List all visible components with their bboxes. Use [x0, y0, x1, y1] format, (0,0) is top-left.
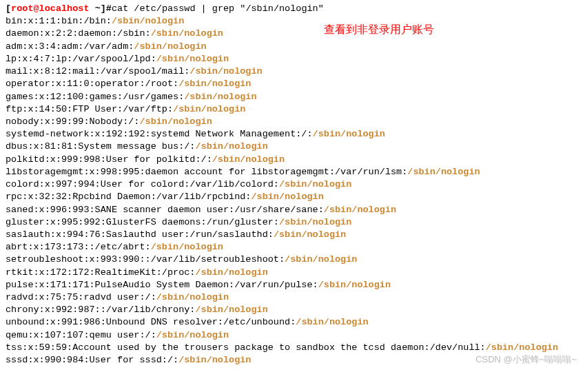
line-prefix: qemu:x:107:107:qemu user:/:: [6, 330, 156, 340]
nologin-highlight: /sbin/nologin: [324, 205, 396, 215]
nologin-highlight: /sbin/nologin: [184, 92, 256, 102]
nologin-highlight: /sbin/nologin: [178, 355, 251, 365]
nologin-highlight: /sbin/nologin: [195, 267, 267, 278]
nologin-highlight: /sbin/nologin: [134, 41, 206, 52]
output-line: unbound:x:991:986:Unbound DNS resolver:/…: [6, 316, 579, 329]
output-line: tss:x:59:59:Account used by the trousers…: [6, 342, 579, 354]
line-prefix: libstoragemgmt:x:998:995:daemon account …: [6, 167, 407, 177]
line-prefix: saned:x:996:993:SANE scanner daemon user…: [6, 205, 324, 215]
prompt-symbol: #: [106, 3, 112, 14]
nologin-highlight: /sbin/nologin: [212, 154, 285, 165]
terminal-output: bin:x:1:1:bin:/bin:/sbin/nologindaemon:x…: [6, 15, 579, 367]
bracket-open: [: [6, 3, 11, 14]
output-line: rtkit:x:172:172:RealtimeKit:/proc:/sbin/…: [6, 267, 579, 279]
watermark: CSDN @小蜜蜂~嗡嗡嗡~: [475, 353, 577, 366]
nologin-highlight: /sbin/nologin: [486, 342, 558, 353]
output-line: chrony:x:992:987::/var/lib/chrony:/sbin/…: [6, 304, 579, 316]
nologin-highlight: /sbin/nologin: [151, 242, 223, 252]
output-line: rpc:x:32:32:Rpcbind Daemon:/var/lib/rpcb…: [6, 191, 579, 203]
annotation-text: 查看到非登录用户账号: [324, 22, 434, 37]
nologin-highlight: /sbin/nologin: [139, 116, 212, 127]
line-prefix: gluster:x:995:992:GlusterFS daemons:/run…: [6, 217, 279, 227]
output-line: operator:x:11:0:operator:/root:/sbin/nol…: [6, 78, 579, 90]
nologin-highlight: /sbin/nologin: [195, 141, 267, 152]
line-prefix: ftp:x:14:50:FTP User:/var/ftp:: [6, 104, 173, 114]
prompt-user: root@localhost: [11, 3, 89, 14]
command-line: [root@localhost ~]#cat /etc/passwd | gre…: [6, 3, 579, 15]
output-line: mail:x:8:12:mail:/var/spool/mail:/sbin/n…: [6, 65, 579, 78]
line-prefix: adm:x:3:4:adm:/var/adm:: [6, 41, 134, 52]
nologin-highlight: /sbin/nologin: [251, 192, 323, 202]
line-prefix: lp:x:4:7:lp:/var/spool/lpd:: [6, 54, 156, 64]
line-prefix: polkitd:x:999:998:User for polkitd:/:: [6, 154, 212, 165]
output-line: setroubleshoot:x:993:990::/var/lib/setro…: [6, 254, 579, 266]
output-line: daemon:x:2:2:daemon:/sbin:/sbin/nologin: [6, 28, 579, 40]
output-line: games:x:12:100:games:/usr/games:/sbin/no…: [6, 91, 579, 103]
output-line: adm:x:3:4:adm:/var/adm:/sbin/nologin: [6, 41, 579, 53]
line-prefix: bin:x:1:1:bin:/bin:: [6, 16, 112, 26]
output-line: polkitd:x:999:998:User for polkitd:/:/sb…: [6, 154, 579, 166]
line-prefix: mail:x:8:12:mail:/var/spool/mail:: [6, 66, 189, 76]
line-prefix: saslauth:x:994:76:Saslauthd user:/run/sa…: [6, 229, 274, 240]
bracket-close: ]: [101, 3, 106, 14]
nologin-highlight: /sbin/nologin: [407, 167, 480, 177]
nologin-highlight: /sbin/nologin: [173, 104, 245, 114]
line-prefix: tss:x:59:59:Account used by the trousers…: [6, 342, 486, 353]
nologin-highlight: /sbin/nologin: [156, 54, 229, 64]
nologin-highlight: /sbin/nologin: [274, 229, 346, 240]
output-line: abrt:x:173:173::/etc/abrt:/sbin/nologin: [6, 241, 579, 254]
line-prefix: unbound:x:991:986:Unbound DNS resolver:/…: [6, 317, 296, 327]
output-line: libstoragemgmt:x:998:995:daemon account …: [6, 166, 579, 178]
output-line: colord:x:997:994:User for colord:/var/li…: [6, 178, 579, 191]
line-prefix: pulse:x:171:171:PulseAudio System Daemon…: [6, 280, 318, 290]
nologin-highlight: /sbin/nologin: [151, 28, 223, 39]
line-prefix: games:x:12:100:games:/usr/games:: [6, 92, 184, 102]
prompt-cwd-sep: [90, 3, 95, 14]
output-line: systemd-network:x:192:192:systemd Networ…: [6, 128, 579, 141]
line-prefix: dbus:x:81:81:System message bus:/:: [6, 141, 195, 152]
nologin-highlight: /sbin/nologin: [178, 79, 251, 89]
line-prefix: abrt:x:173:173::/etc/abrt:: [6, 242, 151, 252]
line-prefix: rtkit:x:172:172:RealtimeKit:/proc:: [6, 267, 195, 278]
line-prefix: nobody:x:99:99:Nobody:/:: [6, 116, 139, 127]
output-line: qemu:x:107:107:qemu user:/:/sbin/nologin: [6, 329, 579, 342]
output-line: gluster:x:995:992:GlusterFS daemons:/run…: [6, 216, 579, 229]
nologin-highlight: /sbin/nologin: [279, 217, 351, 227]
output-line: bin:x:1:1:bin:/bin:/sbin/nologin: [6, 15, 579, 28]
line-prefix: systemd-network:x:192:192:systemd Networ…: [6, 129, 313, 139]
nologin-highlight: /sbin/nologin: [112, 16, 184, 26]
line-prefix: daemon:x:2:2:daemon:/sbin:: [6, 28, 151, 39]
line-prefix: chrony:x:992:987::/var/lib/chrony:: [6, 305, 195, 315]
command-text: cat /etc/passwd | grep "/sbin/nologin": [112, 3, 324, 14]
line-prefix: setroubleshoot:x:993:990::/var/lib/setro…: [6, 254, 285, 265]
output-line: nobody:x:99:99:Nobody:/:/sbin/nologin: [6, 116, 579, 128]
line-prefix: operator:x:11:0:operator:/root:: [6, 79, 178, 89]
line-prefix: colord:x:997:994:User for colord:/var/li…: [6, 179, 279, 189]
output-line: dbus:x:81:81:System message bus:/:/sbin/…: [6, 141, 579, 153]
output-line: saned:x:996:993:SANE scanner daemon user…: [6, 204, 579, 216]
line-prefix: sssd:x:990:984:User for sssd:/:: [6, 355, 178, 365]
nologin-highlight: /sbin/nologin: [189, 66, 262, 76]
nologin-highlight: /sbin/nologin: [156, 330, 229, 340]
nologin-highlight: /sbin/nologin: [279, 179, 351, 189]
output-line: saslauth:x:994:76:Saslauthd user:/run/sa…: [6, 229, 579, 241]
output-line: ftp:x:14:50:FTP User:/var/ftp:/sbin/nolo…: [6, 103, 579, 116]
output-line: pulse:x:171:171:PulseAudio System Daemon…: [6, 279, 579, 291]
nologin-highlight: /sbin/nologin: [318, 280, 391, 290]
nologin-highlight: /sbin/nologin: [296, 317, 368, 327]
prompt-cwd: ~: [95, 3, 101, 14]
line-prefix: radvd:x:75:75:radvd user:/:: [6, 292, 156, 302]
nologin-highlight: /sbin/nologin: [195, 305, 267, 315]
output-line: radvd:x:75:75:radvd user:/:/sbin/nologin: [6, 291, 579, 304]
line-prefix: rpc:x:32:32:Rpcbind Daemon:/var/lib/rpcb…: [6, 192, 251, 202]
nologin-highlight: /sbin/nologin: [313, 129, 385, 139]
nologin-highlight: /sbin/nologin: [285, 254, 357, 265]
nologin-highlight: /sbin/nologin: [156, 292, 229, 302]
output-line: lp:x:4:7:lp:/var/spool/lpd:/sbin/nologin: [6, 53, 579, 65]
